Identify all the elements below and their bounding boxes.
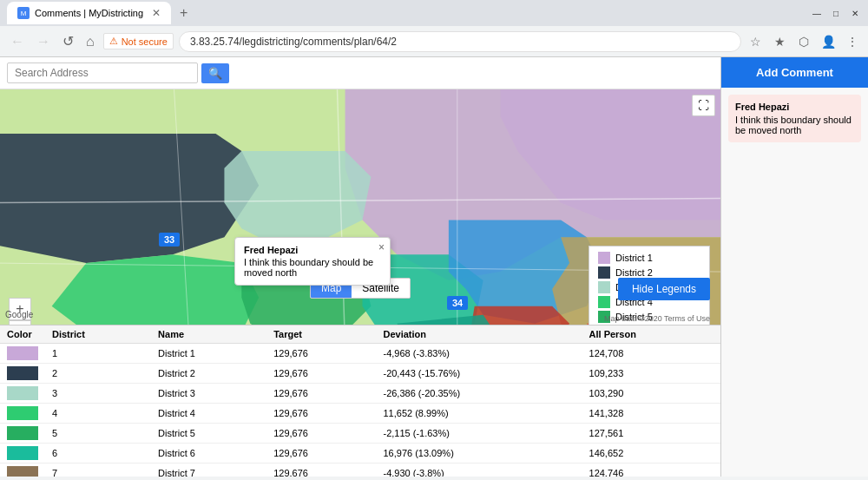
color-swatch [7,426,38,440]
nav-icons: ☆ ★ ⬡ 👤 ⋮ [746,33,861,50]
fullscreen-btn[interactable]: ⛶ [692,95,715,116]
district-label-33: 33 [159,233,180,247]
col-header-name: Name [151,325,266,344]
table-header-row: Color District Name Target Deviation All… [0,325,720,344]
table-row: 4 District 4 129,676 11,652 (8.99%) 141,… [0,404,720,424]
star-icon[interactable]: ☆ [746,33,764,50]
refresh-btn[interactable]: ↺ [59,31,77,51]
district-allperson: 124,708 [582,344,720,364]
table-row: 7 District 7 129,676 -4,930 (-3.8%) 124,… [0,464,720,477]
legend-item-1: District 1 [598,252,700,264]
active-tab[interactable]: M Comments | MyDistricting ✕ [7,2,171,24]
legend-label-2: District 2 [615,267,653,278]
district-deviation: -2,115 (-1.63%) [376,424,582,444]
district-name: District 7 [151,464,266,477]
comment-username: Fred Hepazi [735,102,854,112]
district-allperson: 141,328 [582,404,720,424]
district-name: District 2 [151,364,266,384]
district-allperson: 103,290 [582,384,720,404]
forward-btn[interactable]: → [33,32,54,51]
main-container: 🔍 [0,57,868,477]
map-container: 33 34 × Fred Hepazi I think this boundar… [0,89,720,325]
color-swatch [7,346,38,360]
title-bar: M Comments | MyDistricting ✕ + — □ ✕ [0,0,868,26]
tab-close-btn[interactable]: ✕ [152,7,161,19]
search-bar: 🔍 [0,57,720,89]
nav-bar: ← → ↺ ⌂ ⚠ Not secure 3.83.25.74/legdistr… [0,26,868,57]
district-target: 129,676 [266,464,376,477]
district-deviation: -26,386 (-20.35%) [376,384,582,404]
district-target: 129,676 [266,444,376,464]
district-number: 1 [45,344,151,364]
hide-legends-btn[interactable]: Hide Legends [618,278,710,300]
minimize-btn[interactable]: — [811,7,823,19]
district-deviation: -4,968 (-3.83%) [376,344,582,364]
tooltip-close-btn[interactable]: × [378,241,385,253]
new-tab-btn[interactable]: + [174,3,193,23]
color-cell [0,444,45,464]
left-area: 🔍 [0,57,720,477]
color-swatch [7,406,38,420]
table-row: 3 District 3 129,676 -26,386 (-20.35%) 1… [0,384,720,404]
close-btn[interactable]: ✕ [849,7,861,19]
table-row: 2 District 2 129,676 -20,443 (-15.76%) 1… [0,364,720,384]
district-target: 129,676 [266,364,376,384]
menu-icon[interactable]: ⋮ [844,33,861,50]
user-icon[interactable]: 👤 [819,33,837,50]
table-row: 1 District 1 129,676 -4,968 (-3.83%) 124… [0,344,720,364]
district-target: 129,676 [266,424,376,444]
data-table: Color District Name Target Deviation All… [0,325,720,477]
add-comment-btn[interactable]: Add Comment [721,57,868,88]
district-number: 3 [45,384,151,404]
restore-btn[interactable]: □ [830,7,842,19]
district-number: 6 [45,444,151,464]
color-swatch [7,366,38,380]
tooltip-message: I think this boundary should be moved no… [244,257,381,278]
color-cell [0,424,45,444]
comment-text: I think this boundary should be moved no… [735,115,854,135]
back-btn[interactable]: ← [7,32,28,51]
district-allperson: 109,233 [582,364,720,384]
bookmark-icon[interactable]: ★ [771,33,788,50]
district-name: District 6 [151,444,266,464]
security-indicator: ⚠ Not secure [103,33,174,49]
district-label-34: 34 [447,296,468,310]
legend-color-3 [598,281,610,293]
district-target: 129,676 [266,344,376,364]
color-swatch [7,446,38,460]
district-allperson: 124,746 [582,464,720,477]
col-header-target: Target [266,325,376,344]
district-name: District 1 [151,344,266,364]
color-swatch [7,466,38,477]
color-cell [0,344,45,364]
district-name: District 3 [151,384,266,404]
extension-icon[interactable]: ⬡ [795,33,812,50]
table-row: 6 District 6 129,676 16,976 (13.09%) 146… [0,444,720,464]
legend-color-1 [598,252,610,264]
district-target: 129,676 [266,384,376,404]
district-number: 4 [45,404,151,424]
col-header-color: Color [0,325,45,344]
warning-icon: ⚠ [109,36,118,47]
legend-item-2: District 2 [598,266,700,279]
district-deviation: 11,652 (8.99%) [376,404,582,424]
home-btn[interactable]: ⌂ [82,32,98,51]
col-header-district: District [45,325,151,344]
window-controls: — □ ✕ [811,7,861,19]
tab-favicon: M [17,7,30,19]
google-label: Google [5,310,33,319]
map-attribution: Map data ©2020 Terms of Use [604,314,710,323]
district-allperson: 146,652 [582,444,720,464]
search-button[interactable]: 🔍 [201,63,229,83]
color-swatch [7,386,38,400]
color-cell [0,364,45,384]
district-number: 7 [45,464,151,477]
search-input[interactable] [7,62,198,83]
browser-chrome: M Comments | MyDistricting ✕ + — □ ✕ ← →… [0,0,868,57]
district-deviation: 16,976 (13.09%) [376,444,582,464]
color-cell [0,404,45,424]
district-number: 5 [45,424,151,444]
zoom-out-btn[interactable]: − [9,320,31,325]
legend-label-1: District 1 [615,253,653,263]
address-bar[interactable]: 3.83.25.74/legdistricting/comments/plan/… [179,31,741,52]
